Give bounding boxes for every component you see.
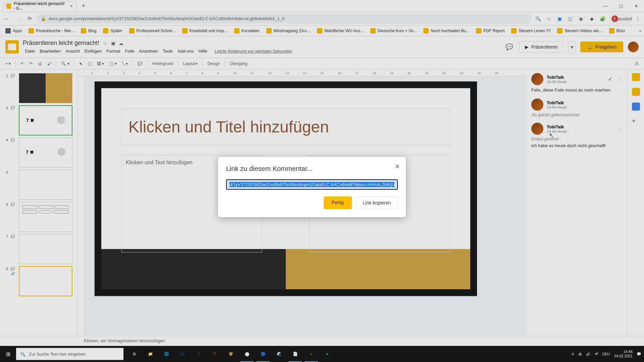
slide-thumb-4[interactable]: 7 ✖ (19, 137, 72, 168)
star-icon[interactable]: ☆ (103, 41, 108, 46)
menu-file[interactable]: Datei (23, 48, 37, 54)
bookmark-item[interactable]: Steuern Lesen !!!! (508, 27, 553, 35)
collapse-toolbar-button[interactable]: ᐱ (633, 60, 641, 68)
slide-thumb-8[interactable] (19, 266, 72, 296)
slide-thumb-7[interactable] (19, 234, 72, 264)
zoom-icon[interactable]: 🔍 (535, 15, 541, 22)
bookmark-star-icon[interactable]: ☆ (545, 15, 552, 22)
bookmark-item[interactable]: Später (100, 27, 125, 35)
copy-link-button[interactable]: Link kopieren (356, 196, 398, 209)
close-dialog-button[interactable]: ✕ (395, 163, 400, 170)
present-button[interactable]: ▶ Präsentieren (519, 41, 564, 53)
background-button[interactable]: Hintergrund (150, 60, 175, 67)
filmstrip[interactable]: 2💬 3💬7 ✖ 4💬7 ✖ 5 6💬 7💬 8💬🔗 (0, 70, 78, 336)
maximize-button[interactable]: ▢ (613, 0, 629, 12)
edge-icon[interactable]: 🌊 (271, 346, 287, 362)
slide-thumb-6[interactable] (19, 202, 72, 232)
menu-addons[interactable]: Add-ons (175, 48, 196, 54)
bookmarks-overflow[interactable]: » (639, 28, 641, 33)
present-dropdown[interactable]: ▾ (568, 41, 576, 53)
resolve-check-icon[interactable]: ✓ (608, 75, 613, 83)
document-title[interactable]: Präsentieren leicht gemacht! (23, 40, 99, 47)
extension-icon-3[interactable]: ◉ (578, 15, 584, 22)
powerpoint-icon[interactable]: P (207, 346, 223, 362)
last-edit-info[interactable]: Letzte Änderung vor wenigen Sekunden (213, 48, 294, 54)
extension-icon-1[interactable]: ▣ (556, 15, 563, 22)
brave-icon[interactable]: 🦁 (223, 346, 239, 362)
menu-format[interactable]: Format (104, 48, 122, 54)
calendar-addon-icon[interactable] (632, 73, 640, 81)
share-button[interactable]: 🔒 Freigeben (580, 42, 623, 52)
image-tool[interactable]: 🖼 ▾ (95, 60, 106, 67)
extension-icon-4[interactable]: ◆ (588, 15, 595, 22)
new-tab-button[interactable]: + (79, 2, 88, 9)
comment-thread[interactable]: TobiTalk 14:46 Heute Als geklärt gekennz… (531, 99, 623, 117)
apps-bookmark[interactable]: Apps (3, 27, 24, 35)
speaker-notes[interactable]: Klicken, um Vortragsnotizen hinzuzufügen (0, 336, 644, 346)
design-button[interactable]: Design (205, 60, 222, 67)
add-addon-icon[interactable]: + (632, 117, 640, 125)
menu-edit[interactable]: Bearbeiten (38, 48, 63, 54)
keep-addon-icon[interactable] (632, 88, 640, 96)
back-button[interactable]: ← (3, 15, 11, 23)
slide-thumb-2[interactable] (19, 73, 72, 103)
profile-badge[interactable]: T Pausiert (610, 14, 631, 23)
network-icon[interactable]: 🖧 (578, 352, 582, 356)
reload-button[interactable]: ⟳ (25, 15, 34, 23)
slide-title-placeholder[interactable]: Klicken und Titel hinzufügen (121, 108, 450, 145)
menu-help[interactable]: Hilfe (197, 48, 209, 54)
close-window-button[interactable]: ✕ (629, 0, 644, 12)
tray-overflow-icon[interactable]: ᐱ (572, 352, 574, 356)
user-avatar[interactable] (628, 42, 639, 52)
app-icon[interactable]: ▫ (303, 346, 319, 362)
comment-thread[interactable]: TobiTalk 14:46 Heute ✓ ⋮ Felix, diese Fo… (531, 73, 623, 93)
menu-insert[interactable]: Einfügen (83, 48, 104, 54)
bookmark-item[interactable]: Kursideen (231, 27, 262, 35)
zoom-button[interactable]: 🔍 ▾ (59, 60, 71, 67)
bookmark-item[interactable]: Noch hochladen Bu... (421, 27, 472, 35)
comments-history-icon[interactable]: 💬 (504, 42, 515, 52)
bookmark-item[interactable]: Blog (78, 27, 99, 35)
chrome-icon[interactable]: 🔵 (255, 346, 271, 362)
extensions-menu-icon[interactable]: 🧩 (599, 15, 606, 22)
comment-menu-icon[interactable]: ⋮ (618, 77, 623, 82)
slide-thumb-3[interactable]: 7 ✖ (19, 105, 72, 135)
browser-tab[interactable]: Präsentieren leicht gemacht! - G... × (3, 1, 76, 11)
excel-icon[interactable]: X (191, 346, 207, 362)
bookmark-item[interactable]: Produktsuche - Mer... (26, 27, 77, 35)
menu-view[interactable]: Ansicht (63, 48, 82, 54)
layout-button[interactable]: Layout ▾ (181, 60, 200, 67)
forward-button[interactable]: → (14, 15, 22, 23)
windows-search[interactable]: 🔍 Zur Suche Text hier eingeben (16, 348, 123, 360)
menu-tools[interactable]: Tools (161, 48, 175, 54)
obs-icon[interactable]: ⬤ (239, 346, 255, 362)
print-button[interactable]: 🖨 (36, 60, 44, 67)
comment-tool[interactable]: 💬 (136, 60, 145, 67)
menu-arrange[interactable]: Anordnen (137, 48, 160, 54)
tasks-addon-icon[interactable] (632, 103, 640, 111)
clock[interactable]: 14:46 24.02.2021 (614, 350, 633, 358)
task-view-icon[interactable]: ⧉ (126, 346, 142, 362)
shape-tool[interactable]: ◯ ▾ (107, 60, 119, 67)
bookmark-item[interactable]: PDF Report (473, 27, 507, 35)
textbox-tool[interactable]: ▢ (86, 60, 94, 67)
extension-icon-2[interactable]: 🛒 (567, 15, 574, 22)
bookmark-item[interactable]: Deutsche Kurs + Vo... (368, 27, 419, 35)
move-icon[interactable]: ▣ (111, 41, 115, 46)
slide-thumb-5[interactable] (19, 170, 72, 200)
close-tab-icon[interactable]: × (70, 3, 73, 9)
minimize-button[interactable]: — (598, 0, 613, 12)
comment-menu-icon[interactable]: ⋮ (618, 126, 623, 131)
paint-format-button[interactable]: 🖌 (45, 60, 53, 67)
done-button[interactable]: Fertig (324, 196, 352, 209)
bookmark-item[interactable]: Mindmapping (Gru... (264, 27, 313, 35)
select-tool[interactable]: ⬉ (77, 60, 85, 67)
battery-icon[interactable]: 🗲 (595, 352, 598, 356)
explorer-icon[interactable]: 📁 (142, 346, 158, 362)
language-indicator[interactable]: DEU (602, 352, 610, 356)
slides-logo[interactable] (5, 40, 19, 54)
start-button[interactable]: ⊞ (0, 346, 16, 362)
bookmark-item[interactable]: Professionell Schrei... (126, 27, 178, 35)
bookmark-item[interactable]: Steuern Videos wic... (554, 27, 605, 35)
bookmark-item[interactable]: Kreativität und Insp... (179, 27, 230, 35)
